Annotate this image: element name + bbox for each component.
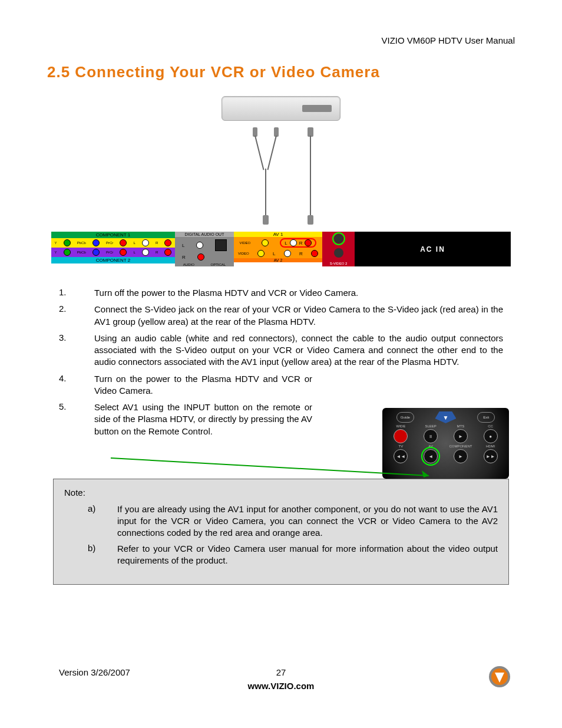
wide-button	[394, 429, 408, 443]
av1-label: AV 1	[234, 232, 322, 237]
cc-button: ●	[484, 429, 498, 443]
footer: Version 3/26/2007 27 www.VIZIO.com	[47, 667, 515, 691]
step-text: Using an audio cable (white and red conn…	[94, 332, 503, 368]
ac-in-label: AC IN	[355, 232, 511, 266]
exit-button: Exit	[477, 412, 495, 423]
step-text: Select AV1 using the INPUT button on the…	[94, 401, 312, 437]
svideo-cable-icon	[307, 127, 314, 225]
vcr-device-icon	[222, 96, 340, 121]
mts-button: ►	[454, 429, 468, 443]
step-text: Connect the S-Video jack on the rear of …	[94, 304, 503, 328]
note-box: Note: a) If you are already using the AV…	[53, 479, 509, 585]
step-number: 5.	[59, 401, 94, 437]
optical-label: OPTICAL	[210, 263, 226, 266]
video-label: VIDEO	[240, 241, 251, 245]
steps-list: 1. Turn off the power to the Plasma HDTV…	[59, 287, 503, 437]
step-text: Turn off the power to the Plasma HDTV an…	[94, 287, 503, 299]
remote-image: Guide ▼ Exit WIDE SLEEP MTS CC II ► ● TV…	[382, 408, 509, 479]
av2-label: AV 2	[234, 258, 322, 262]
svideo2-label: S-VIDEO 2	[330, 262, 348, 265]
component-button: ►	[454, 449, 468, 463]
sleep-label: SLEEP	[419, 424, 442, 428]
version-text: Version 3/26/2007	[59, 667, 130, 677]
step-number: 1.	[59, 287, 94, 299]
page-number: 27	[276, 667, 286, 677]
cc-label: CC	[479, 424, 503, 428]
hdmi-label: HDMI	[479, 444, 503, 448]
component-label: COMPONENT	[449, 444, 472, 448]
av-button: ◄	[424, 449, 438, 463]
av-label: AV	[419, 444, 442, 448]
svideo-panel: S-VIDEO 2	[322, 232, 355, 266]
step-number: 2.	[59, 304, 94, 328]
optical-port-icon	[215, 239, 227, 251]
mts-label: MTS	[449, 424, 472, 428]
svg-line-0	[111, 458, 429, 476]
section-title: 2.5 Connecting Your VCR or Video Camera	[47, 63, 515, 81]
arrow-indicator-icon	[111, 458, 423, 470]
diagram-vcr	[47, 96, 515, 225]
down-button: ▼	[435, 411, 456, 423]
svideo1-jack-icon	[334, 234, 343, 243]
note-text: If you are already using the AV1 input f…	[117, 503, 498, 539]
footer-url: www.VIZIO.com	[47, 681, 515, 691]
vizio-logo-icon	[488, 665, 511, 689]
rear-panel-diagram: COMPONENT 1 Y PbCb PrCr L R Y PbCb PrCr …	[51, 232, 511, 266]
step-number: 3.	[59, 332, 94, 368]
hdmi-button: ►►	[484, 449, 498, 463]
note-letter: a)	[88, 503, 117, 539]
note-title: Note:	[64, 487, 498, 498]
svideo2-jack-icon	[334, 248, 343, 258]
audio-label: AUDIO	[183, 263, 194, 266]
step-number: 4.	[59, 373, 94, 397]
note-letter: b)	[88, 543, 117, 567]
component2-label: COMPONENT 2	[51, 257, 175, 263]
tv-label: TV	[389, 444, 412, 448]
sleep-button: II	[424, 429, 438, 443]
step-text: Turn on the power to the Plasma HDTV and…	[94, 373, 312, 397]
digital-audio-label: DIGITAL AUDIO OUT	[175, 232, 234, 237]
note-text: Refer to your VCR or Video Camera user m…	[117, 543, 498, 567]
doc-header: VIZIO VM60P HDTV User Manual	[47, 35, 515, 45]
wide-label: WIDE	[389, 424, 412, 428]
component1-label: COMPONENT 1	[51, 232, 175, 238]
video-label-2: VIDEO	[238, 252, 249, 255]
audio-highlight-icon: L R	[280, 238, 316, 248]
audio-cable-icon	[248, 127, 283, 225]
tv-button: ◄◄	[394, 449, 408, 463]
guide-button: Guide	[396, 412, 414, 423]
